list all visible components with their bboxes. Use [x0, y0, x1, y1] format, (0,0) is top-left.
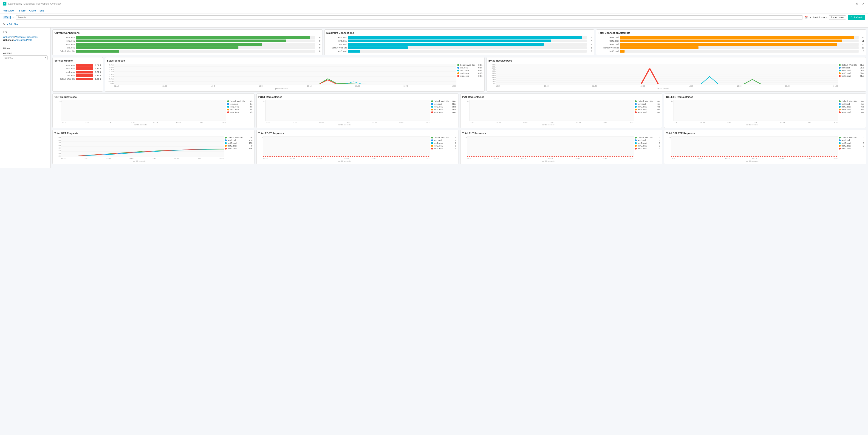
svg-rect-21 [469, 100, 634, 121]
edit-link[interactable]: Edit [39, 9, 44, 12]
total-put-panel: Total PUT Requests 0 [460, 130, 662, 164]
legend-item: test.local0/s [635, 103, 660, 105]
legend-item: testa.local0B/s [457, 75, 483, 77]
bar-item: test.local 4 [327, 43, 592, 46]
total-put-chart: 0 12:15 12:30 12:45 13:15 [462, 136, 660, 162]
chart-subtitle: per 60 seconds [666, 160, 838, 162]
legend-item: test2.local0 [431, 142, 456, 144]
service-uptime-chart: testa.local 1.87 d test3.local 1.87 d te… [55, 64, 101, 81]
add-filter-button[interactable]: + Add filter [7, 23, 19, 26]
sidebar-title: IIS [3, 30, 48, 34]
svg-rect-33 [671, 136, 838, 157]
top-bar-controls: ⚙ ↗ [855, 2, 865, 6]
search-input[interactable] [16, 15, 803, 20]
clone-link[interactable]: Clone [29, 9, 36, 12]
bar-item: testa.local 0 [55, 36, 320, 39]
total-delete-svg [671, 136, 838, 157]
total-post-panel: Total POST Requests 0 [256, 130, 459, 164]
webserver-processes-link[interactable]: Webserver processes [16, 36, 38, 38]
legend-item: test3.local0 [839, 145, 864, 147]
total-delete-panel: Total DELETE Requests 0 [664, 130, 866, 164]
uptime-item: test.local 1.87 d [55, 74, 101, 77]
uptime-item: test2.local 1.87 d [55, 71, 101, 73]
show-dates-button[interactable]: Show dates [829, 15, 846, 20]
legend-item: test.local0 [839, 139, 864, 142]
maximum-connections-chart: test2.local 5 testa.local 4 test.local 4 [327, 36, 592, 53]
get-requests-legend: Default Web Site0/s test.local0/s test2.… [227, 100, 252, 126]
dropdown-arrow-icon[interactable]: ▾ [12, 16, 14, 19]
legend-item: test2.local0/s [227, 106, 252, 108]
application-pools-link[interactable]: Application Pools [14, 39, 32, 41]
x-axis: 12:15 12:30 12:45 13:00 13:15 13:30 13:4… [107, 85, 456, 87]
bytes-received-panel: Bytes Received/sec 900s 800s 700s 600s 5… [487, 57, 866, 92]
legend-item: testa.local0/s [227, 111, 252, 114]
x-axis: 12:15 12:30 12:45 13:15 13:30 13:45 14:0… [462, 121, 634, 123]
search-bar: KQL ▾ 📅 ▾ Last 2 hours Show dates ↻ Refr… [0, 14, 868, 21]
legend-item: test.local0/s [227, 103, 252, 105]
legend-item: testa.local0/s [635, 111, 660, 114]
put-requests-title: PUT Requests/sec [462, 96, 660, 98]
calendar-icon[interactable]: 📅 [805, 16, 808, 19]
fullscreen-link[interactable]: Full screen [3, 9, 15, 12]
bar-item: test3.local 0 [55, 39, 320, 42]
legend-item: test2.local130 [225, 142, 252, 144]
filters-title: Filters [3, 45, 48, 50]
get-requests-title: GET Requests/sec [55, 96, 252, 98]
legend-item: testa.local0 [431, 148, 456, 150]
bytes-sent-chart: 3.9k/s 3.4k/s 2.9k/s 2.4k/s 1.9k/s 1.4k/… [107, 64, 456, 90]
bytes-received-svg [496, 64, 838, 85]
svg-rect-32 [467, 136, 634, 157]
legend-item: test2.local0B/s [431, 106, 456, 108]
website-filter-select[interactable]: Select... [3, 55, 48, 60]
total-connection-attempts-panel: Total Connection Attempts testa.local 54… [596, 29, 866, 55]
refresh-button[interactable]: ↻ Refresh [848, 15, 865, 20]
current-connections-panel: Current Connections testa.local 0 test3.… [52, 29, 322, 55]
legend-item: Default Web Site0 [839, 136, 864, 139]
bar-item: test3.local 0 [598, 50, 864, 53]
bytes-received-title: Bytes Received/sec [489, 59, 864, 62]
legend-item: test2.local0/s [839, 106, 864, 108]
legend-item: testa.local135 [225, 148, 252, 150]
filters-section: Filters Website Select... [3, 45, 48, 60]
total-get-chart: 160 140 120 100 80 60 40 20 [55, 136, 252, 162]
dropdown-icon[interactable]: ▾ [810, 16, 811, 19]
post-requests-chart: 0s 12:15 12:30 12:45 13:15 [258, 100, 456, 126]
x-axis: 12:15 12:30 12:45 13:15 13:30 13:45 14:0… [666, 121, 838, 123]
total-put-legend: Default Web Site0 test.local0 test2.loca… [635, 136, 660, 162]
webserver-link[interactable]: Webserver [3, 36, 14, 38]
share-icon[interactable]: ↗ [861, 2, 865, 6]
y-axis: 0s [666, 100, 673, 121]
settings-icon[interactable]: ⚙ [855, 2, 859, 6]
row-1: Current Connections testa.local 0 test3.… [52, 29, 866, 55]
legend-item: test.local0 [431, 139, 456, 142]
app-logo: M [3, 2, 6, 5]
total-post-svg [263, 136, 430, 157]
legend-item: testa.local0/s [839, 111, 864, 114]
service-uptime-panel: Service Uptime testa.local 1.87 d test3.… [52, 57, 103, 92]
chart-subtitle: per 60 seconds [55, 124, 226, 126]
websites-link[interactable]: Websites [3, 39, 13, 41]
total-connection-attempts-chart: testa.local 54 test3.local 51 test2.loca… [598, 36, 864, 53]
svg-rect-22 [673, 100, 838, 121]
current-connections-chart: testa.local 0 test3.local 0 test2.local … [55, 36, 320, 53]
post-requests-panel: POST Requests/sec 0s [256, 93, 459, 128]
chart-subtitle: per 60 seconds [462, 160, 634, 162]
x-axis: 12:15 12:30 12:45 13:15 13:30 13:45 14:0… [258, 158, 430, 160]
total-get-panel: Total GET Requests 160 140 120 100 80 60 [52, 130, 254, 164]
uptime-item: test3.local 1.87 d [55, 67, 101, 70]
bytes-sent-legend: Default Web Site0B/s test.local0B/s test… [457, 64, 483, 90]
legend-item: test3.local0B/s [431, 108, 456, 111]
delete-requests-legend: Default Web Site0/s test.local0/s test2.… [839, 100, 864, 126]
share-link[interactable]: Share [19, 9, 26, 12]
bar-item: Default Web Site 0 [55, 50, 320, 53]
legend-item: test.local0B/s [839, 67, 864, 69]
legend-item: Default Web Site78 [225, 136, 252, 139]
y-axis: 0 [462, 136, 467, 157]
total-put-title: Total PUT Requests [462, 132, 660, 134]
action-bar: Full screen Share Clone Edit [0, 7, 868, 14]
kql-badge[interactable]: KQL [3, 15, 10, 19]
y-axis: 900s 800s 700s 600s 500s 400s 300s 200s … [489, 64, 496, 85]
delete-requests-title: DELETE Requests/sec [666, 96, 864, 98]
legend-item: Default Web Site0B/s [431, 100, 456, 102]
bar-item: Default Web Site 1 [327, 46, 592, 49]
